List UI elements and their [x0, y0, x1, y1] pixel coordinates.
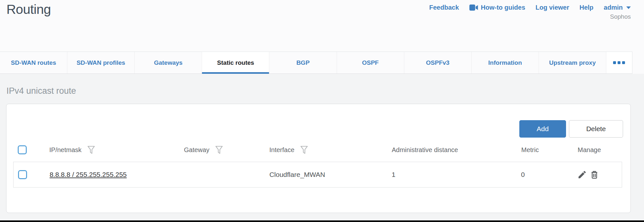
tab-ospf[interactable]: OSPF [337, 52, 404, 73]
column-header-metric: Metric [521, 146, 539, 154]
column-header-ip-netmask: IP/netmask [49, 146, 82, 154]
content-area: IPv4 unicast route Add Delete IP/netmask… [0, 74, 644, 220]
column-header-manage: Manage [578, 146, 601, 154]
tab-information[interactable]: Information [472, 52, 539, 73]
edit-pencil-icon[interactable] [577, 170, 587, 179]
tab-upstream-proxy[interactable]: Upstream proxy [539, 52, 606, 73]
filter-funnel-icon[interactable] [215, 146, 223, 154]
tab-ospfv3[interactable]: OSPFv3 [404, 52, 472, 73]
routes-table: IP/netmask Gateway Interface [13, 142, 622, 188]
tab-static-routes[interactable]: Static routes [202, 52, 269, 73]
log-viewer-link[interactable]: Log viewer [535, 4, 569, 11]
org-label: Sophos [429, 13, 631, 20]
column-header-administrative-distance: Administrative distance [392, 146, 458, 154]
route-administrative-distance: 1 [392, 171, 396, 179]
admin-menu[interactable]: admin [604, 4, 631, 11]
caret-down-icon [626, 6, 631, 9]
column-header-interface: Interface [269, 146, 294, 154]
delete-button[interactable]: Delete [569, 120, 623, 138]
tab-sdwan-routes[interactable]: SD-WAN routes [0, 52, 67, 73]
tab-bar: SD-WAN routes SD-WAN profiles Gateways S… [0, 52, 632, 74]
table-row: 8.8.8.8 / 255.255.255.255 Cloudflare_MWA… [13, 162, 622, 188]
filter-funnel-icon[interactable] [87, 146, 95, 154]
tab-gateways[interactable]: Gateways [135, 52, 202, 73]
tab-bgp[interactable]: BGP [269, 52, 337, 73]
section-title: IPv4 unicast route [6, 86, 644, 96]
ellipsis-icon [613, 61, 625, 64]
top-links: Feedback How-to guides Log viewer Help a… [429, 4, 631, 20]
filter-funnel-icon[interactable] [300, 146, 308, 154]
row-checkbox[interactable] [18, 170, 27, 179]
video-camera-icon [469, 5, 478, 11]
trash-icon[interactable] [590, 170, 599, 179]
add-button[interactable]: Add [519, 120, 566, 138]
table-header-row: IP/netmask Gateway Interface [13, 142, 622, 158]
column-header-gateway: Gateway [184, 146, 209, 154]
help-link[interactable]: Help [580, 4, 593, 11]
more-tabs-button[interactable] [606, 52, 632, 73]
window-bottom-strip [0, 220, 644, 222]
top-bar: Routing Feedback How-to guides Log viewe… [0, 0, 644, 52]
route-interface: Cloudflare_MWAN [269, 171, 325, 179]
howto-guides-link[interactable]: How-to guides [469, 4, 525, 11]
page-title: Routing [6, 2, 51, 17]
tab-sdwan-profiles[interactable]: SD-WAN profiles [67, 52, 135, 73]
table-actions: Add Delete [519, 120, 623, 138]
feedback-link[interactable]: Feedback [429, 4, 459, 11]
route-metric: 0 [521, 171, 525, 179]
route-ip-netmask-link[interactable]: 8.8.8.8 / 255.255.255.255 [50, 171, 127, 179]
routes-card: Add Delete IP/netmask Gateway [6, 104, 631, 213]
select-all-checkbox[interactable] [18, 145, 27, 154]
